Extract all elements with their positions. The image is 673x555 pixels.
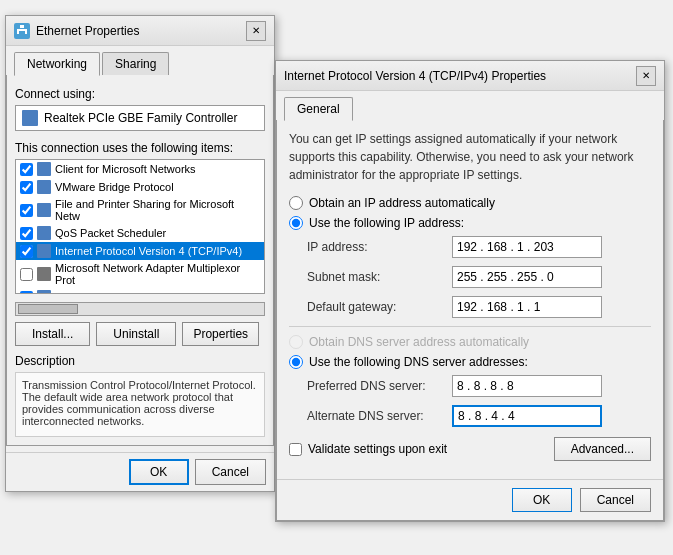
ip-auto-radio[interactable] [289,196,303,210]
alternate-dns-label: Alternate DNS server: [307,409,452,423]
dns-manual-radio[interactable] [289,355,303,369]
dns-manual-row: Use the following DNS server addresses: [289,355,651,369]
tcp-tab-content: You can get IP settings assigned automat… [276,120,664,521]
item-check-3[interactable] [20,227,33,240]
svg-rect-0 [20,25,24,28]
item-check-0[interactable] [20,163,33,176]
item-check-2[interactable] [20,204,33,217]
items-list: Client for Microsoft Networks VMware Bri… [15,159,265,294]
eth-action-buttons: Install... Uninstall Properties [15,322,265,346]
dns-auto-row: Obtain DNS server address automatically [289,335,651,349]
svg-rect-1 [17,29,27,31]
list-item-selected[interactable]: Internet Protocol Version 4 (TCP/IPv4) [16,242,264,260]
connect-using-label: Connect using: [15,87,265,101]
ethernet-properties-window: Ethernet Properties ✕ Networking Sharing… [5,15,275,492]
description-label: Description [15,354,265,368]
default-gateway-value: 192 . 168 . 1 . 1 [457,300,597,314]
list-item[interactable]: Microsoft LLDP Protocol Driver [16,288,264,294]
item-label-3: QoS Packet Scheduler [55,227,166,239]
ethernet-close-button[interactable]: ✕ [246,21,266,41]
ethernet-cancel-button[interactable]: Cancel [195,459,266,485]
ip-auto-label: Obtain an IP address automatically [309,196,495,210]
ethernet-tab-bar: Networking Sharing [6,46,274,75]
dns-auto-radio[interactable] [289,335,303,349]
ethernet-ok-button[interactable]: OK [129,459,189,485]
dns-auto-label: Obtain DNS server address automatically [309,335,529,349]
item-label-1: VMware Bridge Protocol [55,181,174,193]
tcp-cancel-button[interactable]: Cancel [580,488,651,512]
validate-label: Validate settings upon exit [308,442,447,456]
preferred-dns-input[interactable]: 8 . 8 . 8 . 8 [452,375,602,397]
horizontal-scrollbar[interactable] [15,302,265,316]
ip-auto-row: Obtain an IP address automatically [289,196,651,210]
list-item[interactable]: Client for Microsoft Networks [16,160,264,178]
alternate-dns-row: Alternate DNS server: 8 . 8 . 4 . 4 [307,405,651,427]
tab-networking[interactable]: Networking [14,52,100,76]
tcp-info-text: You can get IP settings assigned automat… [289,130,651,184]
item-check-6[interactable] [20,291,33,295]
ip-radio-group: Obtain an IP address automatically Use t… [289,196,651,230]
ethernet-title-bar: Ethernet Properties ✕ [6,16,274,46]
items-list-container: Client for Microsoft Networks VMware Bri… [15,159,265,294]
item-icon-6 [37,290,51,294]
svg-rect-2 [17,31,19,34]
tcp-title-bar: Internet Protocol Version 4 (TCP/IPv4) P… [276,61,664,91]
item-check-1[interactable] [20,181,33,194]
list-item[interactable]: File and Printer Sharing for Microsoft N… [16,196,264,224]
ip-address-input[interactable]: 192 . 168 . 1 . 203 [452,236,602,258]
default-gateway-row: Default gateway: 192 . 168 . 1 . 1 [307,296,651,318]
tab-general[interactable]: General [284,97,353,121]
item-icon-4 [37,244,51,258]
ethernet-title-icon [14,23,30,39]
subnet-mask-input[interactable]: 255 . 255 . 255 . 0 [452,266,602,288]
tcp-title-text: Internet Protocol Version 4 (TCP/IPv4) P… [284,69,636,83]
alternate-dns-input[interactable]: 8 . 8 . 4 . 4 [452,405,602,427]
ip-address-row: IP address: 192 . 168 . 1 . 203 [307,236,651,258]
scroll-thumb[interactable] [18,304,78,314]
adapter-icon [22,110,38,126]
item-icon-1 [37,180,51,194]
ethernet-bottom-buttons: OK Cancel [6,452,274,491]
tcp-close-button[interactable]: ✕ [636,66,656,86]
default-gateway-input[interactable]: 192 . 168 . 1 . 1 [452,296,602,318]
preferred-dns-value: 8 . 8 . 8 . 8 [457,379,597,393]
ip-address-value: 192 . 168 . 1 . 203 [457,240,597,254]
tcp-properties-window: Internet Protocol Version 4 (TCP/IPv4) P… [275,60,665,522]
install-button[interactable]: Install... [15,322,90,346]
tcp-title-buttons: ✕ [636,66,656,86]
tcp-bottom-buttons: OK Cancel [277,479,663,520]
tcp-ok-button[interactable]: OK [512,488,572,512]
item-check-4[interactable] [20,245,33,258]
tab-sharing[interactable]: Sharing [102,52,169,75]
adapter-name: Realtek PCIe GBE Family Controller [44,111,237,125]
list-item[interactable]: QoS Packet Scheduler [16,224,264,242]
item-label-5: Microsoft Network Adapter Multiplexor Pr… [55,262,260,286]
description-box: Transmission Control Protocol/Internet P… [15,372,265,437]
item-icon-0 [37,162,51,176]
uninstall-button[interactable]: Uninstall [96,322,176,346]
preferred-dns-label: Preferred DNS server: [307,379,452,393]
ip-manual-radio[interactable] [289,216,303,230]
advanced-button[interactable]: Advanced... [554,437,651,461]
ethernet-title-text: Ethernet Properties [36,24,246,38]
validate-checkbox[interactable] [289,443,302,456]
ip-address-label: IP address: [307,240,452,254]
tcp-tab-bar: General [276,91,664,120]
item-label-2: File and Printer Sharing for Microsoft N… [55,198,260,222]
ip-manual-row: Use the following IP address: [289,216,651,230]
alternate-dns-value: 8 . 8 . 4 . 4 [458,409,596,423]
ethernet-title-buttons: ✕ [246,21,266,41]
list-item[interactable]: VMware Bridge Protocol [16,178,264,196]
item-label-6: Microsoft LLDP Protocol Driver [55,291,206,294]
description-text: Transmission Control Protocol/Internet P… [22,379,256,427]
ethernet-tab-content: Connect using: Realtek PCIe GBE Family C… [6,75,274,446]
tcp-main-content: You can get IP settings assigned automat… [277,120,663,471]
item-check-5[interactable] [20,268,33,281]
subnet-mask-label: Subnet mask: [307,270,452,284]
properties-button[interactable]: Properties [182,322,259,346]
items-label: This connection uses the following items… [15,141,265,155]
subnet-mask-row: Subnet mask: 255 . 255 . 255 . 0 [307,266,651,288]
item-label-4: Internet Protocol Version 4 (TCP/IPv4) [55,245,242,257]
item-icon-2 [37,203,51,217]
list-item[interactable]: Microsoft Network Adapter Multiplexor Pr… [16,260,264,288]
